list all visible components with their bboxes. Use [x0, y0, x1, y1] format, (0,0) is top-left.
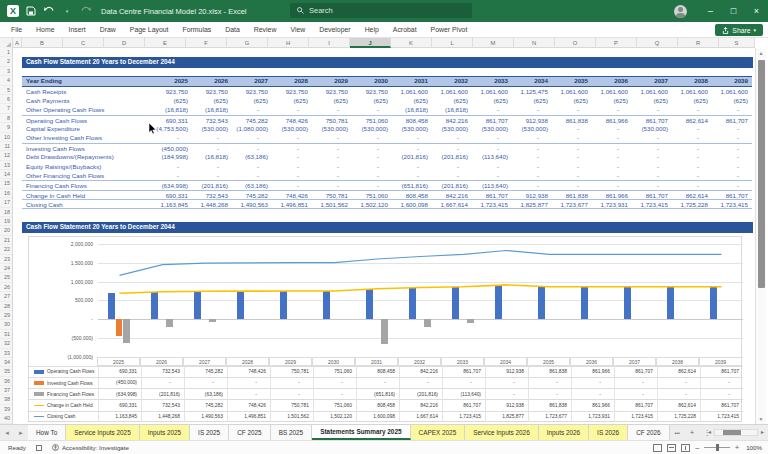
- value-cell[interactable]: 862,614: [672, 116, 712, 124]
- column-header-Q[interactable]: Q: [637, 38, 678, 48]
- zoom-level[interactable]: 100%: [746, 444, 762, 451]
- row-header-18[interactable]: 18: [0, 208, 12, 217]
- year-header-2034[interactable]: 2034: [512, 77, 552, 86]
- hscroll-right-icon[interactable]: ►: [760, 429, 765, 435]
- value-cell[interactable]: -: [152, 162, 192, 171]
- row-header-34[interactable]: 34: [0, 358, 12, 367]
- sheet-tab-inputs-2025[interactable]: Inputs 2025: [140, 425, 190, 440]
- value-cell[interactable]: 1,667,614: [432, 200, 472, 207]
- value-cell[interactable]: 1,061,600: [472, 87, 512, 96]
- value-cell[interactable]: (201,816): [432, 181, 472, 189]
- save-icon[interactable]: [25, 5, 37, 17]
- sheet-tab-bs-2025[interactable]: BS 2025: [271, 425, 313, 440]
- menu-tab-view[interactable]: View: [283, 22, 312, 37]
- value-cell[interactable]: (201,816): [392, 152, 432, 161]
- value-cell[interactable]: -: [312, 152, 352, 161]
- value-cell[interactable]: (625): [152, 96, 192, 105]
- value-cell[interactable]: -: [552, 133, 592, 142]
- page-layout-view-icon[interactable]: [667, 444, 676, 452]
- menu-tab-review[interactable]: Review: [247, 22, 284, 37]
- value-cell[interactable]: 1,061,600: [432, 87, 472, 96]
- row-header-15[interactable]: 15: [0, 179, 12, 188]
- tab-next-icon[interactable]: ►: [14, 425, 28, 440]
- column-header-I[interactable]: I: [309, 38, 350, 48]
- value-cell[interactable]: -: [592, 181, 632, 189]
- scroll-up-icon[interactable]: ▲: [756, 48, 766, 58]
- row-header-40[interactable]: 40: [0, 414, 12, 423]
- value-cell[interactable]: -: [672, 105, 712, 114]
- row-header-9[interactable]: 9: [0, 123, 12, 132]
- value-cell[interactable]: (1,080,000): [232, 124, 272, 133]
- value-cell[interactable]: 923,750: [232, 87, 272, 96]
- sheet-tab-how-to[interactable]: How To: [28, 425, 66, 440]
- value-cell[interactable]: -: [632, 171, 672, 180]
- column-header-N[interactable]: N: [514, 38, 555, 48]
- value-cell[interactable]: -: [432, 144, 472, 152]
- value-cell[interactable]: -: [392, 171, 432, 180]
- value-cell[interactable]: -: [712, 124, 752, 133]
- year-header-2026[interactable]: 2026: [192, 77, 232, 86]
- row-header-22[interactable]: 22: [0, 245, 12, 254]
- value-cell[interactable]: -: [472, 162, 512, 171]
- value-cell[interactable]: -: [272, 105, 312, 114]
- value-cell[interactable]: -: [232, 144, 272, 152]
- value-cell[interactable]: -: [672, 162, 712, 171]
- row-label[interactable]: Equity Raisings/(Buybacks): [22, 162, 152, 171]
- value-cell[interactable]: 912,938: [512, 116, 552, 124]
- row-header-25[interactable]: 25: [0, 273, 12, 282]
- value-cell[interactable]: 923,750: [272, 87, 312, 96]
- value-cell[interactable]: -: [552, 105, 592, 114]
- column-header-O[interactable]: O: [555, 38, 596, 48]
- value-cell[interactable]: (625): [712, 96, 752, 105]
- row-header-14[interactable]: 14: [0, 170, 12, 179]
- value-cell[interactable]: 1,600,098: [392, 200, 432, 207]
- value-cell[interactable]: -: [712, 144, 752, 152]
- restore-button[interactable]: □: [722, 0, 745, 22]
- value-cell[interactable]: 861,838: [552, 191, 592, 199]
- search-input[interactable]: Search: [290, 3, 472, 18]
- macro-record-icon[interactable]: [36, 445, 42, 451]
- value-cell[interactable]: 923,750: [352, 87, 392, 96]
- value-cell[interactable]: -: [632, 181, 672, 189]
- value-cell[interactable]: -: [592, 105, 632, 114]
- value-cell[interactable]: -: [632, 162, 672, 171]
- menu-tab-formulas[interactable]: Formulas: [176, 22, 219, 37]
- column-header-A[interactable]: A: [13, 38, 22, 48]
- year-header-2038[interactable]: 2038: [672, 77, 712, 86]
- menu-tab-acrobat[interactable]: Acrobat: [386, 22, 424, 37]
- row-header-8[interactable]: 8: [0, 114, 12, 123]
- cash-flow-chart[interactable]: 2,000,0001,500,0001,000,000500,000-(500,…: [28, 236, 742, 422]
- value-cell[interactable]: 690,331: [152, 116, 192, 124]
- value-cell[interactable]: 861,707: [472, 116, 512, 124]
- value-cell[interactable]: (16,818): [192, 105, 232, 114]
- value-cell[interactable]: -: [712, 152, 752, 161]
- year-header-2030[interactable]: 2030: [352, 77, 392, 86]
- value-cell[interactable]: (530,000): [392, 124, 432, 133]
- row-label[interactable]: Investing Cash Flows: [22, 144, 152, 152]
- value-cell[interactable]: 748,426: [272, 116, 312, 124]
- value-cell[interactable]: -: [432, 162, 472, 171]
- row-header-4[interactable]: 4: [0, 76, 12, 85]
- value-cell[interactable]: -: [272, 181, 312, 189]
- row-header-35[interactable]: 35: [0, 367, 12, 376]
- menu-tab-file[interactable]: File: [4, 22, 29, 37]
- value-cell[interactable]: (625): [352, 96, 392, 105]
- row-header-7[interactable]: 7: [0, 104, 12, 113]
- value-cell[interactable]: -: [712, 105, 752, 114]
- value-cell[interactable]: (530,000): [312, 124, 352, 133]
- year-header-2033[interactable]: 2033: [472, 77, 512, 86]
- row-label[interactable]: Operating Cash Flows: [22, 116, 152, 124]
- value-cell[interactable]: 745,282: [232, 191, 272, 199]
- menu-tab-help[interactable]: Help: [358, 22, 386, 37]
- sheet-tab-cf-2026[interactable]: CF 2026: [628, 425, 670, 440]
- row-header-36[interactable]: 36: [0, 377, 12, 386]
- value-cell[interactable]: -: [312, 162, 352, 171]
- value-cell[interactable]: -: [192, 133, 232, 142]
- value-cell[interactable]: -: [432, 171, 472, 180]
- value-cell[interactable]: -: [352, 171, 392, 180]
- value-cell[interactable]: (625): [392, 96, 432, 105]
- value-cell[interactable]: 861,707: [712, 116, 752, 124]
- value-cell[interactable]: (634,998): [152, 181, 192, 189]
- value-cell[interactable]: -: [512, 171, 552, 180]
- value-cell[interactable]: (16,818): [432, 105, 472, 114]
